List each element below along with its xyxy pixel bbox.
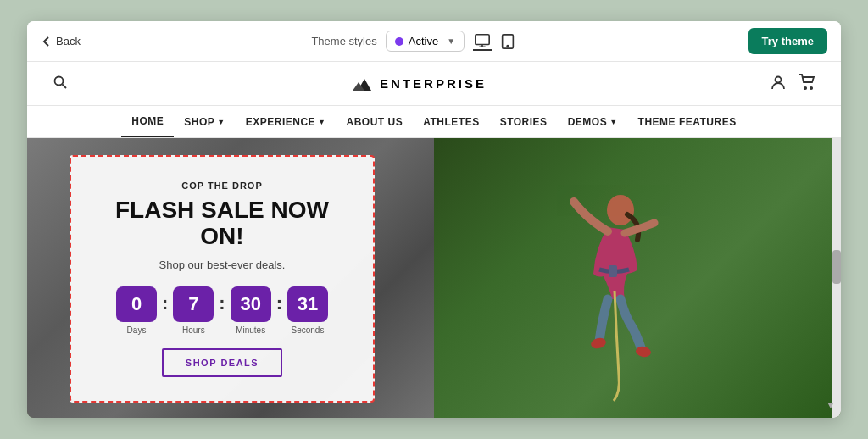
svg-point-9 — [775, 76, 781, 82]
minutes-value: 30 — [231, 286, 271, 322]
minutes-label: Minutes — [236, 325, 265, 335]
promo-title: FLASH SALE NOW ON! — [97, 197, 348, 250]
svg-point-14 — [590, 336, 607, 350]
hero-section: COP THE DROP FLASH SALE NOW ON! Shop our… — [27, 138, 841, 418]
nav-item-demos[interactable]: DEMOS ▼ — [558, 106, 628, 137]
svg-rect-13 — [609, 265, 617, 277]
chevron-down-icon: ▼ — [318, 118, 326, 126]
theme-styles-group: Theme styles Active ▼ — [311, 31, 517, 52]
search-icon[interactable] — [53, 75, 68, 93]
scrollbar-track — [832, 138, 841, 418]
hours-label: Hours — [182, 325, 205, 335]
svg-line-6 — [63, 84, 67, 88]
countdown-seconds: 31 Seconds — [287, 286, 328, 335]
site-header: ENTERPRISE — [27, 62, 841, 106]
promo-box: COP THE DROP FLASH SALE NOW ON! Shop our… — [70, 155, 375, 403]
svg-point-10 — [804, 86, 806, 88]
separator-3: : — [275, 292, 284, 314]
separator-1: : — [160, 292, 170, 314]
try-theme-button[interactable]: Try theme — [748, 28, 827, 54]
browser-window: Back Theme styles Active ▼ — [27, 21, 841, 418]
chevron-down-icon: ▼ — [217, 118, 225, 126]
site-logo[interactable]: ENTERPRISE — [351, 75, 487, 92]
promo-eyebrow: COP THE DROP — [97, 181, 348, 191]
scroll-down-indicator: ▼ — [826, 399, 836, 411]
active-style-label: Active — [409, 35, 438, 47]
scrollbar-thumb[interactable] — [832, 250, 841, 284]
device-icons-group — [473, 32, 517, 51]
chevron-down-icon: ▼ — [447, 36, 455, 46]
tablet-icon[interactable] — [498, 32, 517, 51]
climber-image — [519, 164, 688, 401]
countdown-days: 0 Days — [116, 286, 157, 335]
site-nav: HOME SHOP ▼ EXPERIENCE ▼ ABOUT US ATHLET… — [27, 106, 841, 138]
nav-item-theme-features[interactable]: THEME FEATURES — [628, 106, 747, 137]
svg-point-11 — [810, 86, 812, 88]
chevron-down-icon: ▼ — [609, 118, 617, 126]
style-select-dropdown[interactable]: Active ▼ — [386, 31, 465, 52]
logo-text: ENTERPRISE — [380, 76, 487, 91]
search-area — [53, 75, 68, 93]
days-value: 0 — [116, 286, 157, 322]
nav-item-experience[interactable]: EXPERIENCE ▼ — [236, 106, 337, 137]
svg-point-5 — [55, 76, 64, 85]
theme-styles-label: Theme styles — [311, 35, 376, 47]
shop-deals-button[interactable]: SHOP DEALS — [162, 348, 282, 377]
nav-item-shop[interactable]: SHOP ▼ — [174, 106, 235, 137]
svg-point-12 — [607, 195, 634, 225]
separator-2: : — [217, 292, 226, 314]
seconds-label: Seconds — [292, 325, 325, 335]
active-style-dot — [395, 37, 403, 46]
back-button[interactable]: Back — [41, 35, 81, 47]
days-label: Days — [127, 325, 147, 335]
nav-item-athletes[interactable]: ATHLETES — [413, 106, 489, 137]
svg-point-4 — [507, 45, 509, 47]
top-bar: Back Theme styles Active ▼ — [27, 21, 841, 62]
nav-item-about[interactable]: ABOUT US — [337, 106, 414, 137]
hours-value: 7 — [173, 286, 214, 322]
countdown-hours: 7 Hours — [173, 286, 214, 335]
countdown-timer: 0 Days : 7 Hours : 30 Minutes : 31 Secon… — [97, 286, 348, 335]
svg-rect-0 — [476, 34, 489, 44]
cart-icon[interactable] — [798, 74, 815, 94]
desktop-icon[interactable] — [473, 32, 492, 51]
back-label: Back — [56, 35, 81, 47]
nav-item-home[interactable]: HOME — [121, 106, 174, 137]
countdown-minutes: 30 Minutes — [231, 286, 271, 335]
promo-description: Shop our best-ever deals. — [97, 258, 348, 271]
seconds-value: 31 — [287, 286, 328, 322]
header-actions — [770, 74, 815, 94]
nav-item-stories[interactable]: STORIES — [490, 106, 558, 137]
account-icon[interactable] — [770, 74, 787, 94]
